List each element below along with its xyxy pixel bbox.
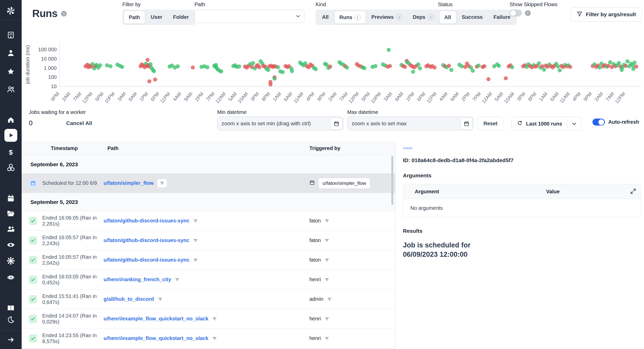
filter-by-user-icon[interactable] <box>324 238 329 243</box>
run-timestamp: Ended 15:51:41 (Ran in 0,647s) <box>42 293 104 305</box>
resources-cubes-icon[interactable] <box>6 163 15 172</box>
filter-by-segmented: PathUserFolder <box>122 10 195 25</box>
runs-info-icon[interactable]: i <box>61 11 67 16</box>
svg-text:3AM: 3AM <box>116 91 127 102</box>
column-header-path: Path <box>104 145 288 151</box>
run-row[interactable]: Ended 15:51:41 (Ran in 0,647s)g/all/hub_… <box>22 289 395 309</box>
min-datetime-calendar-icon[interactable] <box>330 118 343 130</box>
filter-by-user-icon[interactable] <box>324 218 329 223</box>
status-option-all[interactable]: All <box>439 11 456 24</box>
run-row[interactable]: Ended 16:05:57 (Ran in 2,042s)u/faton/gi… <box>22 250 395 270</box>
run-row[interactable]: Ended 14:23:55 (Ran in 8,575s)u/henri/ex… <box>22 329 395 348</box>
run-path-link[interactable]: u/faton/simpler_flow <box>104 180 154 186</box>
svg-text:7AM: 7AM <box>605 91 615 102</box>
filter-by-user-icon[interactable] <box>324 336 329 341</box>
groups-gear-icon[interactable] <box>6 225 15 233</box>
run-row[interactable]: Ended 16:05:57 (Ran in 2,243s)u/faton/gi… <box>22 231 395 250</box>
column-header-timestamp: Timestamp <box>22 145 104 151</box>
filter-by-user-icon[interactable] <box>324 316 329 321</box>
kind-option-deps[interactable]: Depsi <box>408 11 439 23</box>
ai-robot-icon[interactable] <box>6 273 15 281</box>
filter-by-label: Filter by <box>122 2 195 7</box>
path-label: Path <box>194 2 304 7</box>
kind-label: Kind <box>316 2 440 7</box>
run-row[interactable]: Ended 16:03:05 (Ran in 0,452s)u/henri/ra… <box>22 270 395 289</box>
filter-by-path-icon[interactable] <box>193 257 198 263</box>
filter-by-option-folder[interactable]: Folder <box>168 11 194 23</box>
svg-text:100 000: 100 000 <box>38 47 57 52</box>
run-row[interactable]: Ended 16:06:05 (Ran in 2,281s)u/faton/gi… <box>22 211 395 231</box>
reset-button[interactable]: Reset <box>477 117 504 130</box>
svg-text:10AM: 10AM <box>236 91 249 104</box>
run-row[interactable]: Scheduled for 12:00 6/9u/faton/simpler_f… <box>22 173 395 193</box>
filter-by-path-icon[interactable] <box>158 297 163 302</box>
kind-option-all[interactable]: All <box>317 11 334 23</box>
workspace-icon[interactable] <box>7 31 15 39</box>
min-datetime-input[interactable] <box>217 117 343 130</box>
home-icon[interactable] <box>7 116 15 124</box>
run-path-link[interactable]: u/faton/github-discord-issues-sync <box>104 237 189 243</box>
run-path-link[interactable]: g/all/hub_to_discord <box>104 296 154 302</box>
cancel-all-button[interactable]: Cancel All <box>66 120 92 126</box>
filter-by-path-icon[interactable] <box>212 336 217 341</box>
info-icon[interactable]: i <box>396 14 402 20</box>
filter-by-user-icon[interactable] <box>324 277 329 282</box>
windmill-runs-app: $ Runs i Filter by PathUserFolder Path <box>0 0 644 349</box>
max-datetime-input[interactable] <box>347 117 473 130</box>
audit-logs-eye-icon[interactable] <box>6 240 15 249</box>
user-icon[interactable] <box>6 49 15 57</box>
filter-by-path-icon[interactable] <box>193 218 198 223</box>
filter-by-path-icon[interactable] <box>175 277 180 282</box>
info-icon[interactable]: i <box>355 14 361 20</box>
filter-by-path-icon[interactable] <box>157 179 167 188</box>
schedules-calendar-icon[interactable] <box>7 194 15 203</box>
variables-dollar-icon[interactable]: $ <box>7 148 15 156</box>
kind-option-previews[interactable]: Previewsi <box>366 11 407 23</box>
filter-by-args-button[interactable]: Filter by args/result <box>571 7 642 22</box>
status-option-success[interactable]: Success <box>457 11 488 23</box>
show-skipped-toggle[interactable] <box>510 10 522 16</box>
path-select[interactable] <box>194 10 304 23</box>
run-row[interactable]: Ended 14:24:07 (Ran in 0,029s)u/henri/ex… <box>22 309 395 329</box>
runs-play-icon[interactable] <box>4 129 17 142</box>
runs-duration-scatter-chart[interactable]: 101001 00010 000100 000job duration (ms)… <box>22 26 644 106</box>
run-path-link[interactable]: u/faton/github-discord-issues-sync <box>104 257 189 263</box>
filter-by-user-icon[interactable] <box>327 297 332 302</box>
dark-mode-moon-icon[interactable] <box>7 316 15 323</box>
refresh-last-runs-button[interactable]: Last 1000 runs <box>512 117 567 130</box>
success-check-icon <box>29 276 37 284</box>
info-icon[interactable]: i <box>428 14 434 20</box>
team-users-icon[interactable] <box>6 85 15 94</box>
path-filter-group: Path <box>194 2 304 23</box>
favorites-star-icon[interactable] <box>6 67 15 76</box>
svg-text:100: 100 <box>48 74 57 80</box>
filter-by-path-icon[interactable] <box>212 316 217 321</box>
folders-icon[interactable] <box>6 209 15 218</box>
runs-content: Timestamp Path Triggered by September 6,… <box>22 141 644 349</box>
run-path-link[interactable]: u/henri/example_flow_quickstart_no_slack <box>104 316 208 322</box>
run-path-link[interactable]: u/faton/github-discord-issues-sync <box>104 218 189 224</box>
table-scrollbar[interactable] <box>391 156 393 205</box>
svg-text:10AM: 10AM <box>503 91 515 104</box>
filter-by-option-user[interactable]: User <box>146 11 167 23</box>
max-datetime-label: Max datetime <box>347 109 378 115</box>
filter-by-option-path[interactable]: Path <box>124 11 145 24</box>
svg-text:9PM: 9PM <box>316 91 327 102</box>
windmill-logo[interactable] <box>5 5 17 17</box>
run-path-link[interactable]: u/henri/example_flow_quickstart_no_slack <box>104 335 208 341</box>
result-text: Job is scheduled for 06/09/2023 12:00:00 <box>403 241 488 259</box>
docs-book-icon[interactable] <box>6 304 15 312</box>
auto-refresh-toggle[interactable] <box>592 119 605 126</box>
show-skipped-info-icon[interactable]: i <box>525 10 531 16</box>
max-datetime-calendar-icon[interactable] <box>460 118 473 130</box>
kind-option-runs[interactable]: Runsi <box>334 11 366 24</box>
settings-gear-icon[interactable] <box>6 256 15 265</box>
filter-by-path-icon[interactable] <box>193 238 198 243</box>
expand-icon[interactable] <box>630 188 637 196</box>
svg-text:1AM: 1AM <box>272 91 282 102</box>
run-timestamp: Ended 16:05:57 (Ran in 2,042s) <box>42 254 104 266</box>
runs-count-dropdown-toggle[interactable] <box>567 117 581 130</box>
filter-by-user-icon[interactable] <box>324 257 329 263</box>
expand-sidebar-arrow-icon[interactable] <box>7 336 15 344</box>
run-path-link[interactable]: u/henri/ranking_french_city <box>104 277 171 282</box>
